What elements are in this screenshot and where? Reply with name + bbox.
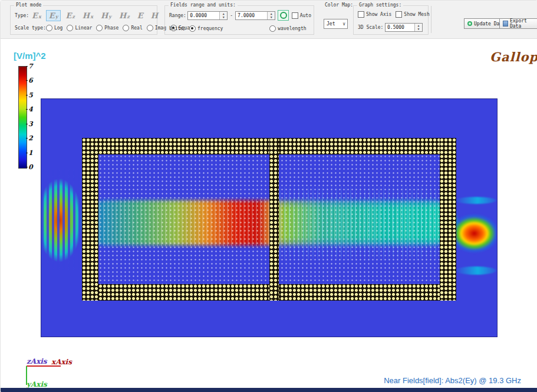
color-map-label: Color Map: [323,2,355,8]
radio-real-label: Real [131,25,142,31]
type-hy-button[interactable]: Hy [98,10,114,21]
radio-frequency[interactable]: frequency [189,25,223,32]
type-ez-sub: z [72,14,75,19]
colorbar-tick: 2 [28,134,33,142]
type-hx-sub: x [90,14,93,19]
auto-checkbox-icon [292,12,298,19]
plot-canvas-area: [V/m]^2 7 6 5 4 3 2 1 0 Gallop [1,39,537,388]
radio-log-label: Log [54,25,62,31]
type-hz-button[interactable]: Hz [116,10,133,21]
y-axis-label: yAxis [27,380,47,388]
radio-imag[interactable]: Imag [147,25,166,31]
radio-linear-icon [67,25,73,31]
show-axis-checkbox-icon [358,11,364,18]
color-map-value: Jet [327,21,335,27]
input-wave-pattern [41,169,83,270]
type-e-button[interactable]: E [134,10,146,21]
show-axis-checkbox[interactable]: Show Axis [358,11,391,18]
scale-type-label: Scale type: [15,25,46,31]
range-dash: - [230,13,233,18]
show-mesh-label: Show Mesh [404,12,429,17]
range-min-down-icon[interactable]: ▼ [220,15,227,19]
export-data-button[interactable]: Export Data [499,18,537,29]
field-plot[interactable] [41,98,498,337]
radio-linear-label: Linear [75,25,92,31]
fields-range-group: Fields range and units: Range: 0.0000▲▼ … [164,5,314,35]
type-ey-base: E [49,11,55,20]
radio-real-icon [123,25,129,31]
auto-checkbox[interactable]: Auto [292,12,311,19]
color-map-select[interactable]: Jet∨ [324,19,348,29]
type-hy-sub: y [108,14,111,19]
refresh-icon [280,12,287,19]
radio-wavelength[interactable]: wavelength [269,25,306,32]
scale3d-input[interactable]: 0.5000▲▼ [385,23,423,32]
mesh-overlay [82,138,456,301]
output-streak-bottom [455,266,496,275]
output-streak-top [455,197,496,204]
fields-range-group-label: Fields range and units: [169,2,238,8]
mesh-band-left [82,138,98,301]
plot-mode-group-label: Plot mode [14,2,43,8]
bottom-bar [1,388,537,392]
z-axis-label: zAxis [27,357,47,365]
colorbar-tick: 7 [28,62,33,70]
type-h-button[interactable]: H [148,10,161,21]
chevron-down-icon: ∨ [342,21,345,27]
app-window: Plot mode Type: Ex Ey Ez Hx Hy Hz E H Sc… [0,0,537,392]
colorbar-tick: 4 [28,106,33,113]
toolbar-separator [431,6,431,33]
radio-phase-icon [96,25,103,31]
type-ex-sub: x [38,14,41,19]
radio-linear[interactable]: Linear [67,25,92,31]
refresh-range-button[interactable] [278,10,288,21]
type-ey-button[interactable]: Ey [46,10,61,21]
status-text: Near Fields[field]: Abs2(Ey) @ 19.3 GHz [384,376,521,385]
units-label: Units: [169,26,189,31]
scale3d-label: 3D Scale: [358,25,385,30]
type-ex-button[interactable]: Ex [29,10,44,21]
range-min-input[interactable]: 0.0000▲▼ [187,11,228,20]
x-axis-line [27,365,61,367]
colorbar-tick: 0 [28,163,33,171]
type-ez-base: E [65,11,71,20]
mesh-septum [269,138,279,301]
x-axis-label: xAxis [51,358,72,366]
type-e-base: E [137,11,143,20]
export-data-label: Export Data [510,18,534,29]
plot-mode-group: Plot mode Type: Ex Ey Ez Hx Hy Hz E H Sc… [10,5,157,35]
range-max-down-icon[interactable]: ▼ [268,15,275,19]
type-h-base: H [151,11,158,20]
colorbar-unit-label: [V/m]^2 [14,51,46,61]
type-hx-base: H [83,11,90,20]
gallop-logo: Gallop [490,50,537,64]
auto-label: Auto [300,13,311,18]
scale3d-down-icon[interactable]: ▼ [415,27,422,31]
radio-frequency-label: frequency [197,26,223,31]
colorbar-tick: 3 [28,120,33,128]
radio-wavelength-icon [269,25,276,32]
show-mesh-checkbox-icon [396,11,402,18]
toolbar: Plot mode Type: Ex Ey Ez Hx Hy Hz E H Sc… [1,1,537,39]
type-ez-button[interactable]: Ez [62,10,77,21]
type-hx-button[interactable]: Hx [80,10,96,21]
show-mesh-checkbox[interactable]: Show Mesh [396,11,429,18]
range-max-input[interactable]: 7.0000▲▼ [235,11,275,20]
color-map-group: Color Map: Jet∨ [319,5,351,35]
type-hz-sub: z [127,14,130,19]
graph-settings-group-label: Graph settings: [357,2,403,8]
radio-real[interactable]: Real [123,25,142,31]
radio-imag-icon [147,25,153,31]
type-ex-base: E [32,11,38,20]
colorbar-tick: 1 [28,149,33,157]
export-icon [503,21,508,27]
output-beam [456,209,496,258]
type-hz-base: H [119,11,126,20]
colorbar-tick: 6 [28,77,33,84]
radio-phase[interactable]: Phase [96,25,118,31]
show-axis-label: Show Axis [366,12,391,17]
radio-log[interactable]: Log [46,25,62,31]
type-ey-sub: y [55,14,58,19]
range-label: Range: [169,13,187,18]
update-icon [467,21,472,26]
